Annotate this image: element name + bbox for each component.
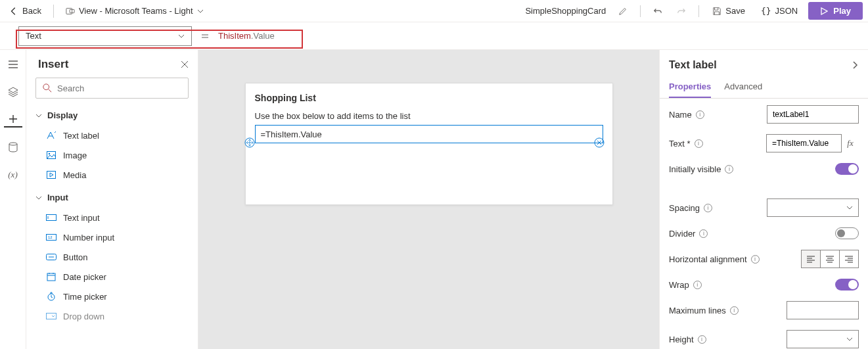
align-right-button[interactable] [839, 250, 859, 268]
info-icon[interactable]: i [698, 335, 706, 344]
save-button[interactable]: Save [707, 3, 750, 18]
text-input-icon [46, 212, 57, 223]
formula-token-member: .Value [251, 31, 275, 41]
back-label: Back [22, 6, 41, 16]
name-input[interactable] [767, 105, 859, 124]
insert-image[interactable]: Image [26, 145, 198, 165]
initially-visible-toggle[interactable] [835, 163, 859, 175]
play-button[interactable]: Play [808, 2, 863, 20]
align-left-button[interactable] [801, 250, 821, 268]
max-lines-input[interactable] [787, 301, 859, 319]
insert-button[interactable]: Button [26, 247, 198, 267]
properties-panel: Text label Properties Advanced Namei Tex… [659, 50, 868, 349]
save-icon [712, 7, 721, 16]
info-icon[interactable]: i [695, 139, 703, 148]
close-panel-button[interactable] [181, 60, 189, 68]
group-label: Display [47, 110, 78, 120]
insert-date-picker[interactable]: Date picker [26, 267, 198, 287]
save-label: Save [725, 6, 745, 16]
align-center-button[interactable] [820, 250, 840, 268]
item-label: Time picker [63, 292, 107, 302]
close-icon [181, 60, 189, 68]
formula-input[interactable]: ThisItem.Value [218, 31, 304, 41]
back-button[interactable]: Back [5, 3, 45, 18]
plus-icon [9, 114, 18, 124]
button-icon [46, 252, 57, 262]
item-label: Date picker [63, 272, 106, 282]
rail-insert-button[interactable] [4, 112, 22, 128]
insert-text-input[interactable]: Text input [26, 208, 198, 227]
rail-tree-button[interactable] [4, 57, 22, 72]
calendar-icon [46, 271, 57, 282]
item-label: Text input [63, 213, 100, 223]
selected-text-label[interactable]: =ThisItem.Value [255, 125, 603, 143]
chevron-right-icon[interactable] [851, 61, 859, 69]
props-title: Text label [669, 59, 717, 71]
property-value: Text [26, 31, 41, 41]
search-input[interactable] [35, 78, 189, 99]
edit-name-button[interactable] [614, 2, 632, 20]
number-input-icon: 12 [46, 232, 57, 243]
search-field[interactable] [57, 83, 181, 93]
move-handle[interactable] [244, 137, 255, 148]
svg-point-3 [43, 84, 49, 90]
info-icon[interactable]: i [725, 165, 733, 174]
formula-bar: Text ThisItem.Value [0, 22, 868, 50]
svg-text:12: 12 [48, 235, 53, 239]
layers-icon [8, 87, 18, 97]
app-name: SimpleShoppingCard [522, 6, 608, 16]
move-icon [244, 137, 255, 148]
delete-handle[interactable] [594, 137, 605, 148]
group-input-header[interactable]: Input [26, 189, 198, 206]
shopping-card[interactable]: Shopping List Use the box below to add i… [245, 83, 613, 205]
left-rail: (x) [0, 50, 26, 349]
svg-rect-6 [47, 172, 56, 179]
equals-icon [198, 32, 212, 41]
prop-halign-label: Horizontal alignment [669, 254, 747, 264]
height-dropdown[interactable] [787, 330, 859, 348]
view-dropdown[interactable]: View - Microsoft Teams - Light [62, 3, 208, 18]
json-button[interactable]: {} JSON [756, 3, 803, 18]
undo-button[interactable] [649, 2, 667, 20]
spacing-dropdown[interactable] [767, 198, 859, 217]
insert-media[interactable]: Media [26, 165, 198, 185]
item-label: Button [63, 252, 88, 262]
item-label: Drop down [63, 312, 104, 321]
fx-button[interactable]: fx [842, 134, 859, 152]
item-label: Text label [63, 131, 99, 141]
info-icon[interactable]: i [699, 229, 708, 238]
tab-properties[interactable]: Properties [669, 76, 711, 98]
json-label: JSON [775, 6, 798, 16]
rail-variables-button[interactable]: (x) [4, 167, 22, 183]
group-display-header[interactable]: Display [26, 106, 198, 124]
info-icon[interactable]: i [730, 306, 739, 315]
property-dropdown[interactable]: Text [18, 26, 192, 46]
tab-advanced[interactable]: Advanced [724, 76, 762, 98]
rail-layers-button[interactable] [4, 84, 22, 100]
svg-rect-13 [47, 314, 57, 319]
insert-drop-down[interactable]: Drop down [26, 306, 198, 326]
canvas-area[interactable]: Shopping List Use the box below to add i… [198, 50, 659, 349]
top-bar: Back View - Microsoft Teams - Light Simp… [0, 0, 868, 22]
text-input[interactable] [766, 134, 842, 152]
prop-wrap-label: Wrap [669, 280, 689, 290]
redo-icon [677, 7, 686, 16]
item-label: Media [63, 170, 86, 180]
info-icon[interactable]: i [696, 110, 704, 119]
chevron-down-icon [846, 204, 853, 211]
chevron-down-icon [197, 8, 204, 14]
insert-text-label[interactable]: Text label [26, 126, 198, 145]
info-icon[interactable]: i [693, 281, 702, 289]
card-title: Shopping List [255, 93, 603, 103]
delete-circle-icon [594, 137, 605, 148]
dropdown-icon [46, 311, 57, 321]
insert-time-picker[interactable]: Time picker [26, 287, 198, 306]
wrap-toggle[interactable] [835, 279, 859, 291]
info-icon[interactable]: i [751, 255, 760, 264]
info-icon[interactable]: i [704, 204, 712, 212]
divider-toggle[interactable] [835, 227, 859, 239]
undo-icon [653, 7, 662, 16]
card-subtitle: Use the box below to add items to the li… [255, 111, 603, 121]
rail-data-button[interactable] [4, 139, 22, 155]
insert-number-input[interactable]: 12 Number input [26, 227, 198, 247]
